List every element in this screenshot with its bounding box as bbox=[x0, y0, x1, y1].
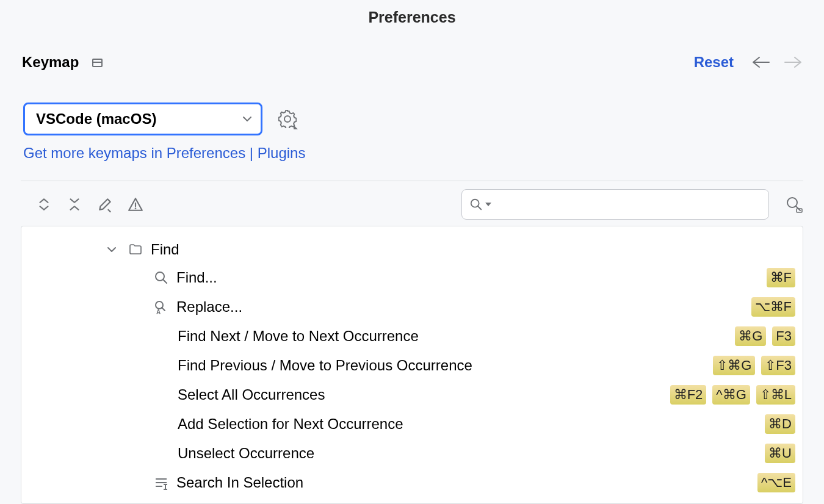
svg-point-0 bbox=[284, 116, 291, 122]
tree-item-label: Replace... bbox=[176, 298, 242, 315]
shortcut-list: ⌘G F3 bbox=[735, 326, 795, 346]
tree-item-unselect-occurrence[interactable]: Unselect Occurrence ⌘U bbox=[21, 439, 803, 468]
shortcut-badge: ⇧F3 bbox=[761, 356, 795, 375]
reset-button[interactable]: Reset bbox=[694, 54, 734, 71]
tree-item-search-in-selection[interactable]: Search In Selection ^⌥E bbox=[21, 468, 803, 497]
window-title: Preferences bbox=[0, 9, 824, 26]
tree-item-find[interactable]: Find... ⌘F bbox=[21, 263, 803, 292]
shortcut-badge: ⇧⌘L bbox=[756, 385, 795, 405]
shortcut-badge: ^⌥E bbox=[757, 473, 795, 492]
forward-arrow-icon[interactable] bbox=[784, 56, 802, 68]
shortcut-list: ⌘U bbox=[765, 444, 795, 463]
shortcut-badge: ⇧⌘G bbox=[713, 356, 755, 375]
back-arrow-icon[interactable] bbox=[752, 56, 770, 68]
tree-item-label: Search In Selection bbox=[176, 474, 303, 491]
tree-item-find-previous[interactable]: Find Previous / Move to Previous Occurre… bbox=[21, 351, 803, 380]
shortcut-list: ⌘F bbox=[767, 268, 795, 287]
tree-item-label: Select All Occurrences bbox=[178, 386, 325, 403]
keymap-dropdown-value: VSCode (macOS) bbox=[36, 110, 156, 128]
tree-item-add-selection-next[interactable]: Add Selection for Next Occurrence ⌘D bbox=[21, 409, 803, 439]
search-icon bbox=[153, 270, 169, 286]
search-options-dropdown-icon[interactable] bbox=[485, 203, 491, 206]
section-title: Keymap bbox=[22, 54, 79, 71]
shortcut-list: ⇧⌘G ⇧F3 bbox=[713, 356, 795, 375]
replace-icon: A bbox=[153, 299, 169, 315]
folder-icon bbox=[128, 242, 143, 257]
selection-icon bbox=[153, 475, 169, 491]
search-icon bbox=[469, 198, 483, 211]
shortcut-list: ⌘D bbox=[765, 414, 795, 434]
panel-icon bbox=[92, 59, 103, 67]
gear-icon[interactable] bbox=[278, 110, 297, 128]
tree-item-select-all-occurrences[interactable]: Select All Occurrences ⌘F2 ^⌘G ⇧⌘L bbox=[21, 380, 803, 409]
shortcut-badge: ⌥⌘F bbox=[751, 297, 795, 317]
svg-text:A: A bbox=[156, 309, 161, 314]
divider bbox=[21, 181, 803, 181]
tree-item-find-next[interactable]: Find Next / Move to Next Occurrence ⌘G F… bbox=[21, 322, 803, 351]
shortcut-badge: ⌘F2 bbox=[670, 385, 707, 405]
keymap-tree: Find Find... ⌘F A Replace... ⌥⌘F Find Ne bbox=[21, 226, 803, 504]
shortcut-list: ^⌥E bbox=[757, 473, 795, 492]
shortcut-badge: ⌘F bbox=[767, 268, 795, 287]
chevron-down-icon bbox=[242, 116, 252, 122]
keymap-dropdown[interactable]: VSCode (macOS) bbox=[23, 103, 262, 135]
search-input-container[interactable] bbox=[461, 189, 769, 220]
shortcut-badge: ^⌘G bbox=[712, 385, 750, 405]
shortcut-list: ⌘F2 ^⌘G ⇧⌘L bbox=[670, 385, 795, 405]
search-input[interactable] bbox=[491, 197, 761, 212]
collapse-all-button[interactable] bbox=[66, 196, 83, 213]
shortcut-badge: ⌘D bbox=[765, 414, 795, 434]
shortcut-badge: ⌘G bbox=[735, 326, 766, 346]
edit-shortcut-button[interactable] bbox=[96, 196, 114, 213]
tree-item-label: Find Next / Move to Next Occurrence bbox=[178, 328, 419, 345]
shortcut-badge: F3 bbox=[772, 326, 795, 346]
warning-icon[interactable] bbox=[127, 196, 144, 213]
tree-group-find[interactable]: Find bbox=[21, 226, 803, 263]
svg-line-12 bbox=[163, 279, 167, 283]
find-by-shortcut-button[interactable] bbox=[785, 195, 803, 214]
tree-item-label: Add Selection for Next Occurrence bbox=[178, 416, 403, 433]
svg-point-2 bbox=[135, 207, 137, 209]
expand-all-button[interactable] bbox=[35, 196, 52, 213]
svg-line-14 bbox=[162, 308, 165, 311]
svg-line-4 bbox=[478, 206, 482, 210]
tree-item-label: Find... bbox=[176, 269, 217, 286]
tree-group-label: Find bbox=[151, 241, 179, 258]
shortcut-badge: ⌘U bbox=[765, 444, 795, 463]
more-keymaps-link[interactable]: Get more keymaps in Preferences | Plugin… bbox=[23, 145, 305, 162]
tree-item-label: Find Previous / Move to Previous Occurre… bbox=[178, 357, 472, 374]
shortcut-list: ⌥⌘F bbox=[751, 297, 795, 317]
tree-item-replace[interactable]: A Replace... ⌥⌘F bbox=[21, 292, 803, 322]
chevron-down-icon bbox=[107, 244, 117, 255]
tree-item-label: Unselect Occurrence bbox=[178, 445, 314, 462]
